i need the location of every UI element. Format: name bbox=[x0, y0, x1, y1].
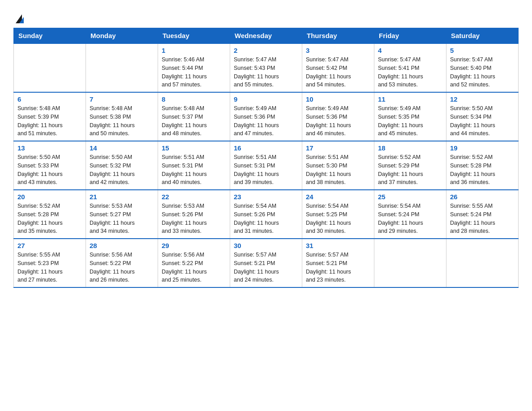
day-info: Sunrise: 5:50 AMSunset: 5:33 PMDaylight:… bbox=[17, 153, 82, 187]
calendar-cell: 23Sunrise: 5:54 AMSunset: 5:26 PMDayligh… bbox=[230, 190, 302, 239]
calendar-cell: 26Sunrise: 5:55 AMSunset: 5:24 PMDayligh… bbox=[446, 190, 519, 239]
day-info: Sunrise: 5:52 AMSunset: 5:28 PMDaylight:… bbox=[17, 202, 82, 235]
day-number: 8 bbox=[162, 95, 226, 103]
day-info: Sunrise: 5:51 AMSunset: 5:30 PMDaylight:… bbox=[306, 153, 370, 187]
day-number: 12 bbox=[450, 95, 515, 103]
calendar-cell: 22Sunrise: 5:53 AMSunset: 5:26 PMDayligh… bbox=[158, 190, 230, 239]
calendar-cell: 9Sunrise: 5:49 AMSunset: 5:36 PMDaylight… bbox=[230, 92, 302, 141]
calendar-cell: 4Sunrise: 5:47 AMSunset: 5:41 PMDaylight… bbox=[374, 43, 446, 92]
day-number: 16 bbox=[234, 144, 298, 152]
week-row-1: 1Sunrise: 5:46 AMSunset: 5:44 PMDaylight… bbox=[14, 43, 519, 92]
day-info: Sunrise: 5:55 AMSunset: 5:23 PMDaylight:… bbox=[17, 251, 82, 284]
calendar-cell: 15Sunrise: 5:51 AMSunset: 5:31 PMDayligh… bbox=[158, 141, 230, 190]
day-info: Sunrise: 5:56 AMSunset: 5:22 PMDaylight:… bbox=[162, 251, 226, 284]
calendar-cell: 11Sunrise: 5:49 AMSunset: 5:35 PMDayligh… bbox=[374, 92, 446, 141]
day-info: Sunrise: 5:52 AMSunset: 5:28 PMDaylight:… bbox=[450, 153, 515, 187]
header-day-wednesday: Wednesday bbox=[230, 28, 302, 44]
day-number: 22 bbox=[162, 193, 226, 201]
calendar-cell: 1Sunrise: 5:46 AMSunset: 5:44 PMDaylight… bbox=[158, 43, 230, 92]
day-info: Sunrise: 5:49 AMSunset: 5:36 PMDaylight:… bbox=[234, 104, 298, 138]
calendar-cell: 12Sunrise: 5:50 AMSunset: 5:34 PMDayligh… bbox=[446, 92, 519, 141]
day-number: 26 bbox=[450, 193, 515, 201]
day-number: 28 bbox=[90, 242, 154, 249]
calendar-cell: 31Sunrise: 5:57 AMSunset: 5:21 PMDayligh… bbox=[302, 239, 374, 287]
header-day-sunday: Sunday bbox=[14, 28, 86, 44]
calendar-cell: 18Sunrise: 5:52 AMSunset: 5:29 PMDayligh… bbox=[374, 141, 446, 190]
calendar-cell: 21Sunrise: 5:53 AMSunset: 5:27 PMDayligh… bbox=[86, 190, 158, 239]
day-number: 5 bbox=[450, 47, 515, 54]
calendar-cell: 20Sunrise: 5:52 AMSunset: 5:28 PMDayligh… bbox=[14, 190, 86, 239]
day-info: Sunrise: 5:57 AMSunset: 5:21 PMDaylight:… bbox=[234, 251, 298, 284]
logo-triangle-blue bbox=[19, 17, 24, 23]
calendar-cell: 5Sunrise: 5:47 AMSunset: 5:40 PMDaylight… bbox=[446, 43, 519, 92]
calendar-table: SundayMondayTuesdayWednesdayThursdayFrid… bbox=[13, 28, 519, 288]
header-day-thursday: Thursday bbox=[302, 28, 374, 44]
day-number: 2 bbox=[234, 47, 298, 54]
day-number: 15 bbox=[162, 144, 226, 152]
day-number: 7 bbox=[90, 95, 154, 103]
day-info: Sunrise: 5:48 AMSunset: 5:37 PMDaylight:… bbox=[162, 104, 226, 138]
calendar-cell: 13Sunrise: 5:50 AMSunset: 5:33 PMDayligh… bbox=[14, 141, 86, 190]
calendar-cell: 3Sunrise: 5:47 AMSunset: 5:42 PMDaylight… bbox=[302, 43, 374, 92]
calendar-cell bbox=[86, 43, 158, 92]
day-info: Sunrise: 5:51 AMSunset: 5:31 PMDaylight:… bbox=[234, 153, 298, 187]
header-day-saturday: Saturday bbox=[446, 28, 519, 44]
calendar-cell: 2Sunrise: 5:47 AMSunset: 5:43 PMDaylight… bbox=[230, 43, 302, 92]
calendar-cell: 28Sunrise: 5:56 AMSunset: 5:22 PMDayligh… bbox=[86, 239, 158, 287]
week-row-5: 27Sunrise: 5:55 AMSunset: 5:23 PMDayligh… bbox=[14, 239, 519, 287]
day-number: 31 bbox=[306, 242, 370, 249]
day-number: 13 bbox=[17, 144, 82, 152]
calendar-cell: 19Sunrise: 5:52 AMSunset: 5:28 PMDayligh… bbox=[446, 141, 519, 190]
week-row-2: 6Sunrise: 5:48 AMSunset: 5:39 PMDaylight… bbox=[14, 92, 519, 141]
day-number: 29 bbox=[162, 242, 226, 249]
header-day-tuesday: Tuesday bbox=[158, 28, 230, 44]
header-day-friday: Friday bbox=[374, 28, 446, 44]
calendar-cell: 27Sunrise: 5:55 AMSunset: 5:23 PMDayligh… bbox=[14, 239, 86, 287]
day-info: Sunrise: 5:56 AMSunset: 5:22 PMDaylight:… bbox=[90, 251, 154, 284]
day-info: Sunrise: 5:50 AMSunset: 5:34 PMDaylight:… bbox=[450, 104, 515, 138]
calendar-cell: 8Sunrise: 5:48 AMSunset: 5:37 PMDaylight… bbox=[158, 92, 230, 141]
calendar-cell: 30Sunrise: 5:57 AMSunset: 5:21 PMDayligh… bbox=[230, 239, 302, 287]
day-info: Sunrise: 5:47 AMSunset: 5:41 PMDaylight:… bbox=[378, 56, 442, 89]
calendar-cell: 6Sunrise: 5:48 AMSunset: 5:39 PMDaylight… bbox=[14, 92, 86, 141]
header-row: SundayMondayTuesdayWednesdayThursdayFrid… bbox=[14, 28, 519, 44]
day-info: Sunrise: 5:57 AMSunset: 5:21 PMDaylight:… bbox=[306, 251, 370, 284]
day-info: Sunrise: 5:51 AMSunset: 5:31 PMDaylight:… bbox=[162, 153, 226, 187]
day-number: 11 bbox=[378, 95, 442, 103]
day-number: 6 bbox=[17, 95, 82, 103]
day-number: 9 bbox=[234, 95, 298, 103]
day-info: Sunrise: 5:54 AMSunset: 5:25 PMDaylight:… bbox=[306, 202, 370, 235]
day-number: 30 bbox=[234, 242, 298, 249]
day-info: Sunrise: 5:55 AMSunset: 5:24 PMDaylight:… bbox=[450, 202, 515, 235]
day-info: Sunrise: 5:49 AMSunset: 5:35 PMDaylight:… bbox=[378, 104, 442, 138]
calendar-cell: 25Sunrise: 5:54 AMSunset: 5:24 PMDayligh… bbox=[374, 190, 446, 239]
calendar-cell bbox=[446, 239, 519, 287]
day-info: Sunrise: 5:48 AMSunset: 5:38 PMDaylight:… bbox=[90, 104, 154, 138]
day-info: Sunrise: 5:48 AMSunset: 5:39 PMDaylight:… bbox=[17, 104, 82, 138]
day-number: 17 bbox=[306, 144, 370, 152]
day-number: 19 bbox=[450, 144, 515, 152]
day-number: 24 bbox=[306, 193, 370, 201]
calendar-cell: 14Sunrise: 5:50 AMSunset: 5:32 PMDayligh… bbox=[86, 141, 158, 190]
logo bbox=[13, 9, 24, 23]
calendar-cell bbox=[14, 43, 86, 92]
day-number: 10 bbox=[306, 95, 370, 103]
header-day-monday: Monday bbox=[86, 28, 158, 44]
calendar-cell: 16Sunrise: 5:51 AMSunset: 5:31 PMDayligh… bbox=[230, 141, 302, 190]
header bbox=[13, 9, 519, 23]
day-info: Sunrise: 5:47 AMSunset: 5:42 PMDaylight:… bbox=[306, 56, 370, 89]
day-number: 25 bbox=[378, 193, 442, 201]
calendar-cell bbox=[374, 239, 446, 287]
day-number: 14 bbox=[90, 144, 154, 152]
day-info: Sunrise: 5:52 AMSunset: 5:29 PMDaylight:… bbox=[378, 153, 442, 187]
calendar-cell: 24Sunrise: 5:54 AMSunset: 5:25 PMDayligh… bbox=[302, 190, 374, 239]
day-number: 1 bbox=[162, 47, 226, 54]
day-number: 21 bbox=[90, 193, 154, 201]
day-info: Sunrise: 5:53 AMSunset: 5:27 PMDaylight:… bbox=[90, 202, 154, 235]
calendar-cell: 10Sunrise: 5:49 AMSunset: 5:36 PMDayligh… bbox=[302, 92, 374, 141]
day-number: 18 bbox=[378, 144, 442, 152]
day-info: Sunrise: 5:47 AMSunset: 5:40 PMDaylight:… bbox=[450, 56, 515, 89]
day-info: Sunrise: 5:46 AMSunset: 5:44 PMDaylight:… bbox=[162, 56, 226, 89]
calendar-cell: 7Sunrise: 5:48 AMSunset: 5:38 PMDaylight… bbox=[86, 92, 158, 141]
week-row-4: 20Sunrise: 5:52 AMSunset: 5:28 PMDayligh… bbox=[14, 190, 519, 239]
